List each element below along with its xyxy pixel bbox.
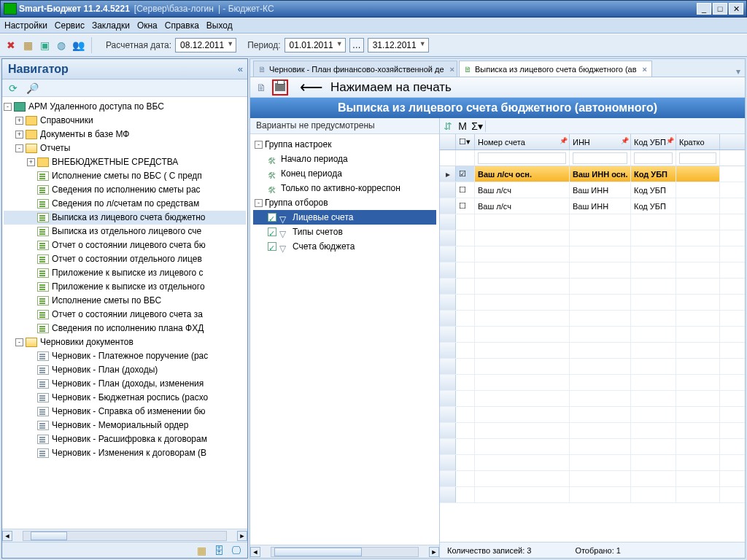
navigator-collapse-icon[interactable]: «: [238, 63, 241, 74]
settings-item[interactable]: ▽Счета бюджета: [253, 239, 436, 254]
table-cell[interactable]: [676, 166, 720, 182]
table-cell[interactable]: ☐: [456, 182, 475, 198]
col-m[interactable]: ☐▾: [456, 134, 475, 149]
minimize-button[interactable]: _: [697, 3, 711, 15]
tree-item[interactable]: Черновик - Расшифровка к договорам: [4, 432, 246, 446]
tree-item[interactable]: +ВНЕБЮДЖЕТНЫЕ СРЕДСТВА: [4, 155, 246, 169]
tab-close-icon[interactable]: ×: [643, 65, 647, 74]
toolbar-icon-4[interactable]: ◍: [55, 39, 68, 52]
expand-icon[interactable]: -: [15, 338, 23, 346]
maximize-button[interactable]: □: [713, 3, 727, 15]
checkbox[interactable]: [268, 228, 276, 236]
tab-vypiska[interactable]: 🗎 Выписка из лицевого счета бюджетного (…: [459, 61, 652, 77]
tree-item[interactable]: Черновик - План (доходы): [4, 363, 246, 377]
menu-windows[interactable]: Окна: [137, 20, 158, 31]
period-from-input[interactable]: 01.01.2011▼: [285, 38, 346, 52]
checkbox[interactable]: [268, 213, 276, 222]
expand-icon[interactable]: -: [255, 199, 263, 207]
tree-item[interactable]: Черновик - Справка об изменении бю: [4, 405, 246, 419]
tree-item[interactable]: Выписка из отдельного лицевого сче: [4, 225, 246, 238]
col-ubp[interactable]: Код УБП📌: [631, 134, 676, 149]
tabstrip-dropdown-icon[interactable]: ▾: [736, 66, 740, 77]
expand-icon[interactable]: +: [15, 117, 23, 125]
col-inn[interactable]: ИНН📌: [570, 134, 631, 149]
menu-exit[interactable]: Выход: [206, 20, 233, 31]
table-cell[interactable]: Ваш ИНН осн.: [570, 166, 631, 182]
tree-item[interactable]: Черновик - Изменения к договорам (В: [4, 446, 246, 460]
tree-item[interactable]: Сведения по исполнению сметы рас: [4, 183, 246, 197]
table-cell[interactable]: Ваш ИНН: [570, 182, 631, 198]
table-cell[interactable]: Ваш л/сч осн.: [475, 166, 570, 182]
settings-item[interactable]: 🛠Только по активно-корреспон: [253, 181, 436, 195]
table-cell[interactable]: [440, 182, 456, 198]
table-cell[interactable]: Код УБП: [631, 198, 676, 214]
tree-item[interactable]: Отчет о состоянии лицевого счета за: [4, 308, 246, 322]
settings-hscroll[interactable]: ◄ ►: [250, 545, 439, 558]
table-cell[interactable]: [440, 198, 456, 214]
menu-service[interactable]: Сервис: [55, 20, 85, 31]
navigator-tree[interactable]: -АРМ Удаленного доступа по ВБС+Справочни…: [2, 97, 247, 529]
print-button[interactable]: [272, 79, 288, 96]
grid-tool-icon[interactable]: Σ▾: [471, 120, 484, 133]
nav-status-icon-2[interactable]: 🗄: [212, 544, 225, 557]
tree-item[interactable]: -Черновики документов: [4, 335, 246, 349]
table-cell[interactable]: ▸: [440, 166, 456, 182]
expand-icon[interactable]: +: [27, 158, 35, 166]
table-cell[interactable]: ☐: [456, 198, 475, 214]
tree-item[interactable]: -АРМ Удаленного доступа по ВБС: [4, 100, 246, 114]
table-cell[interactable]: [676, 198, 720, 214]
expand-icon[interactable]: -: [4, 103, 12, 111]
checkbox[interactable]: [268, 242, 276, 251]
filter-input[interactable]: [634, 152, 673, 164]
col-short[interactable]: Кратко: [676, 134, 720, 149]
tree-item[interactable]: Исполнение сметы по ВБС: [4, 294, 246, 308]
menu-help[interactable]: Справка: [165, 20, 199, 31]
tree-item[interactable]: Черновик - Бюджетная роспись (расхо: [4, 391, 246, 405]
tree-item[interactable]: -Отчеты: [4, 141, 246, 155]
settings-item[interactable]: ▽Типы счетов: [253, 225, 436, 239]
menu-settings[interactable]: Настройки: [4, 20, 47, 31]
tree-item[interactable]: Черновик - План (доходы, изменения: [4, 377, 246, 391]
expand-icon[interactable]: -: [15, 144, 23, 152]
table-row[interactable]: ☐Ваш л/счВаш ИННКод УБП: [440, 182, 745, 198]
settings-item[interactable]: 🛠Начало периода: [253, 152, 436, 166]
toolbar-icon-5[interactable]: 👥: [71, 39, 85, 52]
table-cell[interactable]: Ваш л/сч: [475, 198, 570, 214]
tree-item[interactable]: Черновик - Платежное поручение (рас: [4, 349, 246, 363]
settings-item[interactable]: -Группа отборов: [253, 195, 436, 210]
tree-item[interactable]: +Документы в базе МФ: [4, 128, 246, 141]
tree-item[interactable]: Приложение к выписке из лицевого с: [4, 266, 246, 280]
table-row[interactable]: ☐Ваш л/счВаш ИННКод УБП: [440, 198, 745, 214]
nav-status-icon-3[interactable]: 🖵: [230, 544, 243, 557]
tree-item[interactable]: Приложение к выписке из отдельного: [4, 280, 246, 294]
expand-icon[interactable]: +: [15, 131, 23, 139]
tree-item[interactable]: Отчет о состоянии лицевого счета бю: [4, 238, 246, 252]
table-row[interactable]: ▸☑Ваш л/сч осн.Ваш ИНН осн.Код УБП: [440, 166, 745, 182]
filter-input[interactable]: [679, 152, 716, 164]
settings-item[interactable]: ▽Лицевые счета: [253, 210, 436, 225]
filter-input[interactable]: [573, 152, 627, 164]
nav-status-icon-1[interactable]: ▦: [195, 544, 208, 557]
calcdate-input[interactable]: 08.12.2011▼: [175, 38, 236, 52]
tree-item[interactable]: Черновик - Мемориальный ордер: [4, 419, 246, 432]
toolbar-doc-icon[interactable]: 🗎: [255, 81, 268, 94]
period-to-input[interactable]: 31.12.2011▼: [368, 38, 429, 52]
tree-item[interactable]: Выписка из лицевого счета бюджетно: [4, 211, 246, 225]
tree-item[interactable]: Отчет о состоянии отдельного лицев: [4, 252, 246, 266]
tree-item[interactable]: Сведения по исполнению плана ФХД: [4, 322, 246, 335]
table-cell[interactable]: ☑: [456, 166, 475, 182]
tab-close-icon[interactable]: ×: [450, 65, 454, 74]
grid-tool-icon[interactable]: M: [456, 120, 469, 133]
col-acct[interactable]: Номер счета📌: [475, 134, 570, 149]
nav-search-icon[interactable]: 🔎: [26, 82, 39, 95]
settings-item[interactable]: -Группа настроек: [253, 137, 436, 152]
toolbar-icon-2[interactable]: ▦: [21, 39, 34, 52]
table-cell[interactable]: Ваш ИНН: [570, 198, 631, 214]
grid-body[interactable]: ▸☑Ваш л/сч осн.Ваш ИНН осн.Код УБП☐Ваш л…: [440, 166, 745, 542]
filter-input[interactable]: [478, 152, 566, 164]
grid-tool-icon[interactable]: ⇵: [441, 120, 454, 133]
table-cell[interactable]: Код УБП: [631, 182, 676, 198]
table-cell[interactable]: Код УБП: [631, 166, 676, 182]
toolbar-icon-3[interactable]: ▣: [38, 39, 51, 52]
nav-refresh-icon[interactable]: ⟳: [7, 82, 20, 95]
